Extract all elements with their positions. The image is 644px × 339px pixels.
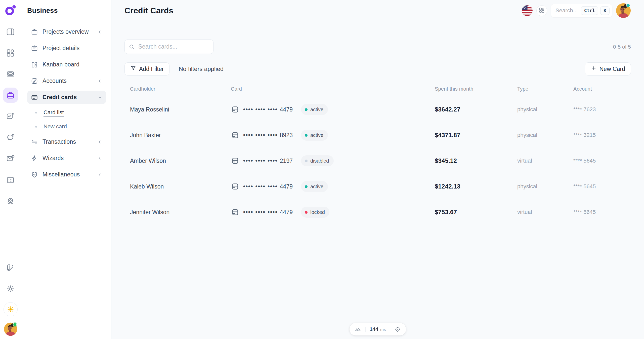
mountains-icon[interactable] — [355, 326, 361, 333]
rail-swatchbook-icon[interactable] — [3, 260, 18, 275]
card-cell: •••• •••• •••• 8923active — [231, 130, 435, 141]
rail-gear-icon[interactable] — [3, 281, 18, 296]
sidebar-item-label: Credit cards — [42, 94, 93, 101]
devtools-bar[interactable]: 144 ms — [350, 323, 406, 335]
card-number: •••• •••• •••• 8923 — [243, 132, 293, 139]
card-number: •••• •••• •••• 4479 — [243, 106, 293, 113]
rail-calendar-icon[interactable] — [3, 172, 18, 187]
chevron-left-icon — [97, 139, 103, 145]
card-number: •••• •••• •••• 2197 — [243, 158, 293, 164]
filter-toolbar: Add Filter No filters applied New Card — [124, 62, 631, 76]
table-header: Cardholder Card Spent this month Type Ac… — [124, 85, 631, 93]
app-logo[interactable] — [4, 4, 17, 17]
status-badge: locked — [301, 207, 329, 218]
sidebar-item-wizards[interactable]: Wizards — [27, 152, 106, 165]
sidebar-item-projects-overview[interactable]: Projects overview — [27, 25, 106, 39]
results-range: 0-5 of 5 — [613, 44, 631, 50]
icon-rail — [0, 0, 21, 339]
account-number: **** 7623 — [573, 106, 631, 113]
sidebar-item-accounts[interactable]: Accounts — [27, 74, 106, 88]
table-row[interactable]: Maya Rosselini•••• •••• •••• 4479active$… — [124, 97, 631, 122]
timing-unit: ms — [380, 327, 386, 332]
apps-menu-button[interactable] — [536, 5, 547, 16]
rail-sun-icon[interactable] — [4, 302, 18, 316]
card-type: physical — [517, 183, 573, 190]
card-cell: •••• •••• •••• 2197disabled — [231, 155, 435, 166]
sidebar-item-label: Transactions — [42, 138, 93, 145]
page-title: Credit Cards — [124, 6, 173, 15]
col-account: Account — [573, 86, 631, 92]
spent-amount: $4371.87 — [435, 132, 517, 139]
status-dot — [305, 211, 308, 214]
card-cell: •••• •••• •••• 4479active — [231, 104, 435, 115]
chevron-left-icon — [97, 172, 103, 177]
plus-icon — [591, 65, 597, 73]
sidebar-item-label: Projects overview — [42, 28, 93, 35]
sidebar-item-kanban-board[interactable]: Kanban board — [27, 58, 106, 71]
sidebar-item-credit-cards[interactable]: Credit cards — [27, 91, 106, 104]
sidebar-item-label: Accounts — [42, 78, 93, 84]
sidebar-subitem-label: New card — [44, 123, 67, 130]
spent-amount: $345.12 — [435, 157, 517, 164]
rail-briefcase-lines-icon[interactable] — [3, 88, 18, 103]
status-badge: active — [301, 181, 328, 192]
sidebar-item-project-details[interactable]: Project details — [27, 42, 106, 55]
sidebar-item-transactions[interactable]: Transactions — [27, 135, 106, 148]
status-dot — [305, 160, 308, 162]
rail-chat-bubble-icon[interactable] — [3, 130, 18, 145]
card-number: •••• •••• •••• 4479 — [243, 183, 293, 190]
cards-table: Cardholder Card Spent this month Type Ac… — [124, 85, 631, 225]
page-header: Credit Cards — [124, 0, 631, 21]
card-search-input[interactable] — [124, 40, 213, 54]
spent-amount: $3642.27 — [435, 106, 517, 113]
timing-value: 144 — [370, 326, 378, 332]
header-controls: Ctrl K — [522, 3, 631, 18]
transfer-icon — [31, 138, 38, 146]
table-row[interactable]: Jennifer Wilson•••• •••• •••• 4479locked… — [124, 199, 631, 225]
search-shortcut: Ctrl K — [581, 6, 610, 15]
sidebar-item-miscellaneous[interactable]: Miscellaneous — [27, 168, 106, 181]
spent-amount: $753.67 — [435, 209, 517, 216]
table-row[interactable]: Kaleb Wilson•••• •••• •••• 4479active$12… — [124, 174, 631, 199]
rail-webcam-icon[interactable] — [3, 193, 18, 208]
chevron-left-icon — [97, 29, 103, 35]
sidebar-subitem-card-list[interactable]: Card list — [27, 107, 106, 118]
table-row[interactable]: John Baxter•••• •••• •••• 8923active$437… — [124, 122, 631, 148]
add-filter-label: Add Filter — [139, 66, 164, 72]
cardholder-name: Jennifer Wilson — [130, 209, 231, 216]
status-badge: active — [301, 104, 328, 115]
account-number: **** 5645 — [573, 209, 631, 215]
spent-amount: $1242.13 — [435, 183, 517, 190]
account-number: **** 3215 — [573, 132, 631, 138]
sidebar-subitem-new-card[interactable]: New card — [27, 121, 106, 132]
card-cell: •••• •••• •••• 4479locked — [231, 207, 435, 218]
global-search: Ctrl K — [551, 4, 612, 17]
chevron-left-icon — [97, 156, 103, 161]
add-filter-button[interactable]: Add Filter — [124, 62, 169, 76]
rail-inbox-stack-icon[interactable] — [3, 66, 18, 82]
sidebar-item-label: Miscellaneous — [42, 171, 93, 178]
table-row[interactable]: Amber Wilson•••• •••• •••• 2197disabled$… — [124, 148, 631, 174]
zap-icon — [31, 155, 38, 162]
inspector-target-icon[interactable] — [394, 326, 401, 333]
credit-card-icon — [231, 131, 239, 139]
new-card-button[interactable]: New Card — [585, 62, 631, 76]
col-card: Card — [231, 86, 435, 92]
rail-user-avatar[interactable] — [4, 322, 17, 336]
language-flag-button[interactable] — [522, 5, 533, 16]
status-dot — [305, 134, 308, 137]
rail-nav — [3, 24, 18, 208]
funnel-icon — [130, 65, 136, 73]
user-avatar[interactable] — [616, 3, 631, 18]
credit-card-icon — [31, 94, 38, 101]
status-label: active — [310, 184, 323, 190]
card-type: physical — [517, 106, 573, 113]
credit-card-icon — [231, 105, 239, 114]
new-card-label: New Card — [599, 66, 625, 72]
rail-mail-icon[interactable] — [3, 151, 18, 166]
rail-chart-activity-icon[interactable] — [3, 109, 18, 124]
rail-apps-grid-icon[interactable] — [3, 45, 18, 60]
briefcase-icon — [31, 28, 38, 36]
rail-panel-left-icon[interactable] — [3, 24, 18, 39]
col-type: Type — [517, 86, 573, 92]
